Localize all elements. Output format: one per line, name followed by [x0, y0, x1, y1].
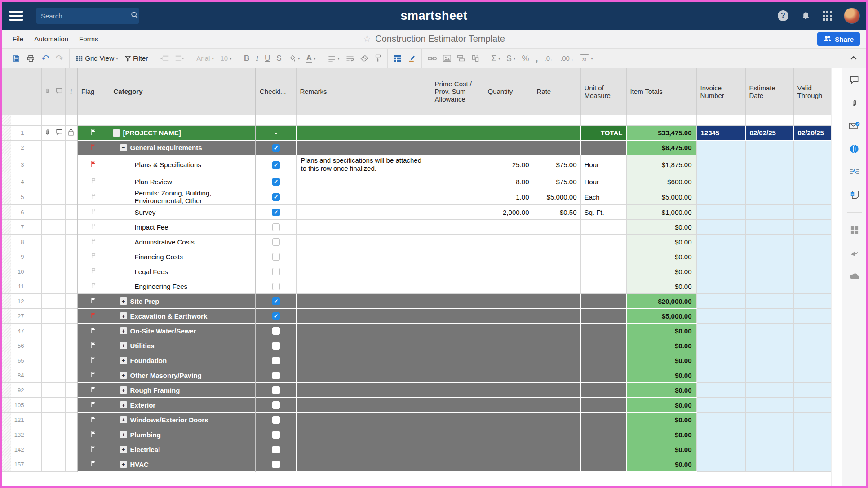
remarks-cell[interactable] [296, 324, 431, 338]
item-total-cell[interactable]: $8,475.00 [626, 140, 696, 155]
prime-cost-cell[interactable] [431, 383, 484, 398]
lock-cell[interactable] [65, 155, 77, 174]
checklist-cell[interactable] [256, 235, 296, 249]
remarks-cell[interactable] [296, 125, 431, 140]
remarks-cell[interactable] [296, 309, 431, 324]
unit-cell[interactable] [580, 398, 626, 413]
rate-cell[interactable] [533, 383, 580, 398]
currency-icon[interactable]: $▾ [504, 52, 519, 65]
item-total-cell[interactable]: $20,000.00 [626, 294, 696, 309]
checklist-cell[interactable]: ✓ [256, 205, 296, 220]
row-number[interactable]: 2 [11, 140, 30, 155]
checklist-cell[interactable]: ✓ [256, 189, 296, 205]
invoice-cell[interactable] [696, 457, 745, 472]
remarks-cell[interactable] [296, 189, 431, 205]
eraser-icon[interactable] [357, 52, 372, 65]
grid-row-7[interactable]: 7Impact Fee$0.00 [2, 220, 833, 235]
valid-through-cell[interactable] [793, 442, 833, 457]
row-drag-handle[interactable] [2, 125, 11, 140]
item-total-cell[interactable]: $0.00 [626, 235, 696, 249]
insert-row-strip[interactable] [2, 115, 833, 125]
lock-cell[interactable] [65, 235, 77, 249]
row-drag-handle[interactable] [2, 309, 11, 324]
column-header-valid-through[interactable]: Valid Through [793, 68, 833, 115]
remarks-cell[interactable] [296, 140, 431, 155]
quantity-cell[interactable]: 8.00 [484, 174, 533, 189]
item-total-cell[interactable]: $33,475.00 [626, 125, 696, 140]
estimate-date-cell[interactable] [745, 189, 793, 205]
quantity-cell[interactable] [484, 279, 533, 294]
expand-icon[interactable]: + [120, 416, 127, 423]
category-cell[interactable]: −General Requirements [110, 140, 256, 155]
row-number[interactable]: 142 [11, 442, 30, 457]
item-total-cell[interactable]: $0.00 [626, 249, 696, 264]
flag-cell[interactable] [77, 427, 110, 442]
row-drag-handle[interactable] [2, 249, 11, 264]
remarks-cell[interactable] [296, 368, 431, 383]
comments-icon[interactable] [849, 75, 860, 85]
checkbox-unchecked[interactable] [272, 431, 280, 439]
flag-cell[interactable] [77, 235, 110, 249]
italic-icon[interactable]: I [252, 52, 261, 65]
checklist-cell[interactable] [256, 279, 296, 294]
comment-cell[interactable] [53, 140, 65, 155]
row-number[interactable]: 92 [11, 383, 30, 398]
align-icon[interactable]: ▾ [325, 52, 343, 65]
prime-cost-cell[interactable] [431, 442, 484, 457]
attachment-cell[interactable] [41, 457, 53, 472]
attachment-cell[interactable] [41, 264, 53, 279]
invoice-cell[interactable] [696, 174, 745, 189]
row-number[interactable]: 7 [11, 220, 30, 235]
checklist-cell[interactable] [256, 249, 296, 264]
gutter-cell[interactable] [30, 125, 41, 140]
checklist-cell[interactable] [256, 220, 296, 235]
category-cell[interactable]: Permits: Zoning, Building, Environementa… [110, 189, 256, 205]
10-icon[interactable]: 10▾ [217, 52, 235, 65]
item-total-cell[interactable]: $0.00 [626, 383, 696, 398]
attachment-cell[interactable] [41, 413, 53, 427]
gutter-cell[interactable] [30, 398, 41, 413]
item-total-cell[interactable]: $0.00 [626, 442, 696, 457]
lock-cell[interactable] [65, 442, 77, 457]
flag-cell[interactable] [77, 279, 110, 294]
unit-cell[interactable] [580, 140, 626, 155]
gutter-cell[interactable] [30, 457, 41, 472]
gutter-cell[interactable] [30, 174, 41, 189]
rate-cell[interactable] [533, 457, 580, 472]
category-cell[interactable]: +Windows/Exterior Doors [110, 413, 256, 427]
valid-through-cell[interactable] [793, 235, 833, 249]
quantity-cell[interactable] [484, 249, 533, 264]
unit-cell[interactable]: TOTAL [580, 125, 626, 140]
estimate-date-cell[interactable] [745, 353, 793, 368]
item-total-cell[interactable]: $0.00 [626, 324, 696, 338]
remarks-cell[interactable] [296, 413, 431, 427]
comment-cell[interactable] [53, 427, 65, 442]
estimate-date-cell[interactable] [745, 264, 793, 279]
column-header-checklist[interactable]: Checkl... [256, 68, 296, 115]
lock-cell[interactable] [65, 383, 77, 398]
connections-icon[interactable] [849, 248, 860, 258]
item-total-cell[interactable]: $0.00 [626, 264, 696, 279]
column-header-flag[interactable]: Flag [77, 68, 110, 115]
unit-cell[interactable] [580, 324, 626, 338]
grid-row-12[interactable]: 12+Site Prep✓$20,000.00 [2, 294, 833, 309]
unit-cell[interactable] [580, 442, 626, 457]
row-drag-handle[interactable] [2, 220, 11, 235]
prime-cost-cell[interactable] [431, 174, 484, 189]
row-drag-handle[interactable] [2, 383, 11, 398]
comment-cell[interactable] [53, 324, 65, 338]
comment-cell[interactable] [53, 398, 65, 413]
gutter-cell[interactable] [30, 427, 41, 442]
quantity-cell[interactable] [484, 398, 533, 413]
valid-through-cell[interactable] [793, 174, 833, 189]
rate-cell[interactable] [533, 413, 580, 427]
user-avatar[interactable] [844, 8, 860, 24]
flag-cell[interactable] [77, 413, 110, 427]
undo-icon[interactable]: ↶ [38, 52, 53, 65]
comment-cell[interactable] [53, 383, 65, 398]
checklist-cell[interactable] [256, 427, 296, 442]
prime-cost-cell[interactable] [431, 427, 484, 442]
grid-row-132[interactable]: 132+Plumbing$0.00 [2, 427, 833, 442]
grid-row-142[interactable]: 142+Electrical$0.00 [2, 442, 833, 457]
rate-cell[interactable] [533, 309, 580, 324]
